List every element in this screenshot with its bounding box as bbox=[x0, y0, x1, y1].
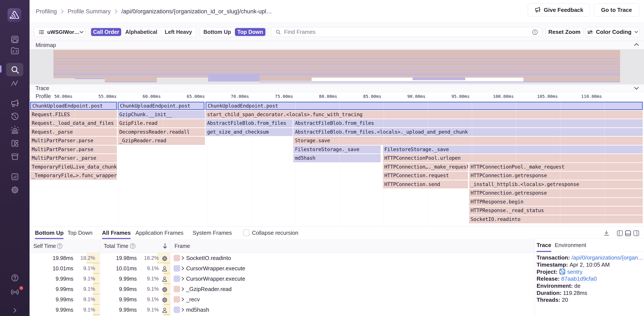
table-row[interactable]: 9.99ms9.1%9.99ms9.1%_GzipReader.read bbox=[30, 284, 535, 294]
tab-application-frames[interactable]: Application Frames bbox=[136, 227, 184, 239]
flame-frame[interactable]: HTTPConnection…._make_request bbox=[383, 163, 468, 171]
tab-top-down[interactable]: Top Down bbox=[68, 227, 92, 239]
sort-left-heavy[interactable]: Left Heavy bbox=[161, 27, 196, 37]
tab-system-frames[interactable]: System Frames bbox=[192, 227, 232, 239]
flame-frame[interactable]: AbstractFileBlob.from_files bbox=[293, 119, 643, 127]
flame-frame[interactable]: SocketIO.readinto bbox=[469, 215, 643, 224]
sidebar-item-stats[interactable] bbox=[0, 172, 30, 182]
flame-frame[interactable]: Storage.save bbox=[293, 137, 643, 145]
flame-frame[interactable]: start_child_span_decorator.<locals>.func… bbox=[206, 111, 643, 119]
flame-frame[interactable]: Request.FILES bbox=[30, 111, 117, 119]
flame-frame[interactable]: HTTPConnection.send bbox=[383, 180, 468, 189]
flame-frame[interactable]: HTTPConnectionPool.urlopen bbox=[383, 154, 643, 162]
expand-chevron-icon[interactable] bbox=[180, 287, 185, 293]
help-circle-icon[interactable] bbox=[130, 243, 136, 249]
flame-frame[interactable]: TemporaryFileU…ive_data_chunk bbox=[30, 163, 117, 171]
total-time-column-header[interactable]: Total Time bbox=[104, 243, 128, 249]
give-feedback-button[interactable]: Give Feedback bbox=[528, 3, 590, 16]
flame-frame[interactable]: AbstractFileBlob.from_files bbox=[206, 119, 293, 127]
sidebar-item-alerts[interactable] bbox=[0, 125, 30, 135]
flame-frame[interactable]: FilestoreStorage._save bbox=[383, 145, 643, 154]
flame-frame[interactable]: MultiPartParser._parse bbox=[30, 154, 117, 162]
flame-frame[interactable]: FilestoreStorage._save bbox=[293, 145, 381, 154]
sort-alphabetical[interactable]: Alphabetical bbox=[122, 27, 161, 37]
sidebar-item-search[interactable] bbox=[0, 64, 30, 75]
thread-selector[interactable]: uWSGIWor… bbox=[34, 27, 86, 37]
detail-link[interactable]: 87aab1d9cfa0 bbox=[561, 276, 597, 282]
expand-chevron-icon[interactable] bbox=[180, 256, 185, 262]
sidebar-item-releases[interactable] bbox=[0, 152, 30, 162]
flame-frame[interactable]: Request._parse bbox=[30, 128, 117, 136]
collapse-recursion-checkbox[interactable] bbox=[243, 230, 250, 236]
flame-frame[interactable]: GzipChunk.__init__ bbox=[118, 111, 205, 119]
direction-top-down[interactable]: Top Down bbox=[235, 28, 266, 36]
flame-frame[interactable]: get_size_and_checksum bbox=[206, 128, 293, 136]
flame-frame[interactable]: HTTPResponse._read_status bbox=[469, 207, 643, 215]
find-frames-input[interactable]: Find Frames bbox=[271, 27, 542, 37]
sentry-logo-button[interactable] bbox=[8, 8, 21, 22]
tab-bottom-up[interactable]: Bottom Up bbox=[35, 227, 64, 239]
table-row[interactable]: 9.99ms9.1%9.99ms9.1%_recv bbox=[30, 315, 535, 316]
self-time-column-header[interactable]: Self Time bbox=[34, 243, 56, 249]
tab-all-frames[interactable]: All Frames bbox=[102, 227, 131, 239]
sidebar-item-dashboards[interactable] bbox=[0, 138, 30, 148]
sidebar-item-help[interactable] bbox=[0, 273, 30, 283]
flame-frame[interactable]: ChunkUploadEndpoint.post bbox=[30, 102, 117, 110]
flame-frame[interactable]: ChunkUploadEndpoint.post bbox=[206, 102, 643, 110]
detail-link[interactable]: /api/0/organizations/{organ… bbox=[572, 254, 644, 261]
sidebar-item-settings[interactable] bbox=[0, 185, 30, 195]
flame-frame[interactable]: DecompressReader.readall bbox=[118, 128, 205, 136]
profile-tab[interactable]: Profile bbox=[36, 93, 51, 99]
go-to-trace-button[interactable]: Go to Trace bbox=[594, 3, 639, 16]
sidebar-item-explore[interactable] bbox=[0, 46, 30, 56]
reset-zoom-button[interactable]: Reset Zoom bbox=[546, 27, 583, 37]
sidebar-collapse-button[interactable] bbox=[0, 306, 30, 315]
layout-right-icon[interactable] bbox=[633, 230, 640, 237]
flame-frame[interactable]: _GzipReader.read bbox=[118, 137, 205, 145]
expand-chevron-icon[interactable] bbox=[180, 276, 185, 282]
sidebar-item-feedback[interactable] bbox=[0, 98, 30, 108]
sidebar-item-broadcasts[interactable] bbox=[0, 287, 30, 297]
sidebar-item-insights[interactable] bbox=[0, 78, 30, 88]
flame-frame[interactable]: HTTPConnection.request bbox=[383, 172, 468, 180]
sort-call-order[interactable]: Call Order bbox=[91, 28, 121, 36]
layout-bottom-icon[interactable] bbox=[625, 230, 631, 237]
table-row[interactable]: 9.99ms9.1%9.99ms9.1%_recv bbox=[30, 294, 535, 305]
flame-frame[interactable]: MultiPartParser.parse bbox=[30, 145, 117, 154]
flame-frame[interactable]: MultiPartParser.parse bbox=[30, 137, 117, 145]
color-coding-dropdown[interactable]: Color Coding bbox=[586, 27, 639, 37]
table-row[interactable]: 10.01ms9.1%10.01ms9.1%CursorWrapper.exec… bbox=[30, 263, 535, 274]
details-tab-trace[interactable]: Trace bbox=[536, 238, 551, 252]
flame-frame[interactable]: _TemporaryFile…>.func_wrapper bbox=[30, 172, 117, 180]
flame-frame[interactable]: HTTPConnection.getresponse bbox=[469, 172, 643, 180]
table-row[interactable]: 19.98ms18.2%19.98ms18.2%SocketIO.readint… bbox=[30, 253, 535, 263]
chevron-up-icon[interactable] bbox=[634, 43, 639, 46]
help-circle-icon[interactable] bbox=[57, 243, 62, 249]
table-row[interactable]: 9.99ms9.1%9.99ms9.1%md5hash bbox=[30, 305, 535, 315]
flame-frame[interactable]: AbstractFileBlob.from_files.<locals>._up… bbox=[293, 128, 643, 136]
breadcrumb-profiling[interactable]: Profiling bbox=[36, 8, 57, 15]
download-icon[interactable] bbox=[603, 230, 610, 237]
flame-frame[interactable]: HTTPConnectionPool._make_request bbox=[469, 163, 643, 171]
expand-chevron-icon[interactable] bbox=[180, 266, 185, 272]
sidebar-item-replays[interactable] bbox=[0, 112, 30, 122]
expand-chevron-icon[interactable] bbox=[180, 297, 185, 303]
expand-chevron-icon[interactable] bbox=[180, 307, 185, 313]
details-tab-environment[interactable]: Environment bbox=[555, 238, 586, 252]
flamegraph[interactable]: ChunkUploadEndpoint.postChunkUploadEndpo… bbox=[30, 101, 644, 226]
sidebar-item-issues[interactable] bbox=[0, 34, 30, 44]
layout-left-icon[interactable] bbox=[616, 230, 623, 237]
flame-frame[interactable]: GzipFile.read bbox=[118, 119, 205, 127]
flame-frame[interactable]: ChunkUploadEndpoint.post bbox=[118, 102, 204, 110]
frame-column-header[interactable]: Frame bbox=[174, 243, 190, 249]
chevron-down-icon[interactable] bbox=[634, 86, 639, 90]
flame-frame[interactable]: _install_httplib.<locals>.getresponse bbox=[469, 180, 643, 189]
direction-bottom-up[interactable]: Bottom Up bbox=[200, 27, 234, 37]
detail-link[interactable]: sentry bbox=[567, 269, 582, 275]
breadcrumb-profile-summary[interactable]: Profile Summary bbox=[68, 8, 111, 15]
flame-frame[interactable]: md5hash bbox=[293, 154, 381, 162]
minimap-canvas[interactable] bbox=[30, 49, 644, 84]
flame-frame[interactable]: HTTPConnection.getresponse bbox=[469, 189, 643, 197]
sort-descending-icon[interactable] bbox=[162, 243, 168, 249]
flame-frame[interactable]: Request._load_data_and_files bbox=[30, 119, 117, 127]
